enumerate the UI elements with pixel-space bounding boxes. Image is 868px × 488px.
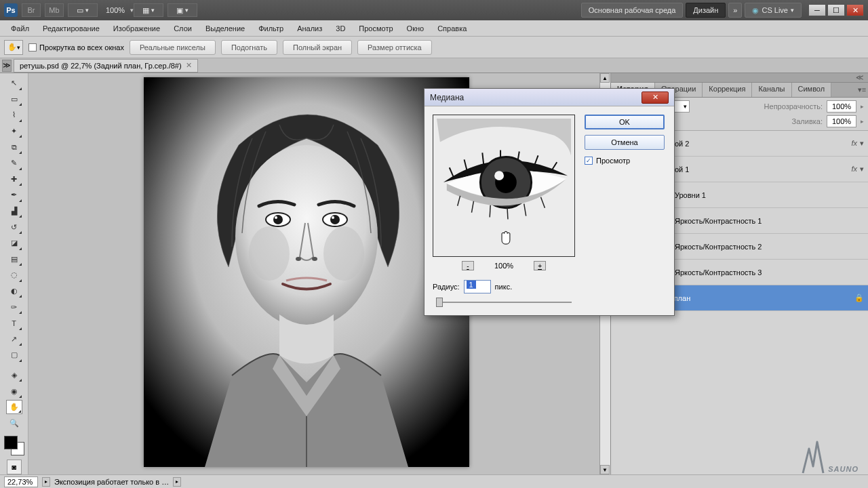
menu-edit[interactable]: Редактирование: [36, 22, 106, 35]
3d-tool[interactable]: ◈: [6, 368, 22, 383]
svg-point-9: [332, 216, 334, 219]
panel-menu-icon[interactable]: ▾≡: [856, 83, 868, 97]
menu-view[interactable]: Просмотр: [352, 22, 399, 35]
options-bar: ✋▾ Прокрутка во всех окнах Реальные пикс…: [0, 37, 868, 58]
bridge-icon[interactable]: Br: [22, 3, 41, 17]
menu-layer[interactable]: Слои: [167, 22, 199, 35]
tab-channels[interactable]: Каналы: [752, 83, 791, 97]
workspace-design-button[interactable]: Дизайн: [686, 3, 726, 18]
titlebar-zoom[interactable]: 100%: [102, 6, 129, 14]
workspace-more-button[interactable]: »: [728, 3, 742, 18]
eraser-tool[interactable]: ◪: [6, 236, 22, 251]
tab-character[interactable]: Символ: [792, 83, 832, 97]
menu-select[interactable]: Выделение: [199, 22, 252, 35]
dodge-tool[interactable]: ◐: [6, 284, 22, 299]
svg-point-3: [323, 226, 364, 281]
menu-window[interactable]: Окно: [400, 22, 431, 35]
pen-tool[interactable]: ✑: [6, 300, 22, 314]
menu-help[interactable]: Справка: [431, 22, 473, 35]
screen-mode-dropdown[interactable]: ▭▾: [68, 3, 98, 17]
marquee-tool[interactable]: ▭: [6, 92, 22, 107]
fit-screen-button[interactable]: Подогнать: [221, 40, 277, 55]
preview-checkbox[interactable]: ✓Просмотр: [585, 157, 665, 165]
color-swatches[interactable]: [4, 436, 24, 455]
fill-input[interactable]: 100%: [827, 115, 856, 127]
shape-tool[interactable]: ▢: [6, 348, 22, 363]
gradient-tool[interactable]: ▤: [6, 252, 22, 267]
menu-image[interactable]: Изображение: [106, 22, 167, 35]
fill-screen-button[interactable]: Полный экран: [283, 40, 352, 55]
title-bar: Ps Br Mb ▭▾ 100%▾ ▦▾ ▣▾ Основная рабочая…: [0, 0, 868, 20]
type-tool[interactable]: T: [6, 316, 22, 331]
stamp-tool[interactable]: ▟: [6, 204, 22, 219]
wand-tool[interactable]: ✦: [6, 124, 22, 139]
radius-unit: пикс.: [495, 283, 513, 291]
radius-slider[interactable]: [436, 298, 572, 307]
menu-analysis[interactable]: Анализ: [290, 22, 329, 35]
dialog-title-bar[interactable]: Медиана ✕: [425, 89, 674, 106]
svg-point-2: [249, 226, 290, 281]
svg-line-27: [490, 205, 490, 218]
window-close-button[interactable]: ✕: [846, 4, 864, 16]
menu-bar: Файл Редактирование Изображение Слои Выд…: [0, 20, 868, 37]
actual-pixels-button[interactable]: Реальные пикселы: [130, 40, 216, 55]
dialog-close-button[interactable]: ✕: [642, 92, 669, 104]
hand-tool[interactable]: ✋: [6, 400, 22, 415]
svg-point-6: [275, 216, 277, 219]
document-tab[interactable]: ретушь.psd @ 22,7% (Задний план, Гр.сер.…: [14, 59, 198, 73]
status-info-arrow[interactable]: ▸: [42, 477, 50, 487]
minimize-button[interactable]: ─: [808, 4, 826, 16]
layer-name: Яркость/Контрастность 1: [675, 217, 860, 225]
ok-button[interactable]: OK: [585, 115, 665, 129]
print-size-button[interactable]: Размер оттиска: [357, 40, 432, 55]
extras-dropdown[interactable]: ▣▾: [167, 3, 197, 17]
status-info: Экспозиция работает только в …: [54, 478, 169, 486]
status-next-icon[interactable]: ▸: [173, 477, 181, 487]
zoom-tool[interactable]: 🔍: [6, 415, 22, 430]
cslive-button[interactable]: ◉CS Live▾: [745, 3, 802, 18]
arrange-dropdown[interactable]: ▦▾: [134, 3, 163, 17]
lasso-tool[interactable]: ⌇: [6, 108, 22, 123]
layer-name: ой 1: [675, 165, 847, 174]
layer-name: здний план: [652, 294, 850, 302]
tab-adjustments[interactable]: Коррекция: [703, 83, 752, 97]
tab-collapse-icon[interactable]: ≫: [2, 60, 12, 72]
status-zoom-input[interactable]: 22,73%: [4, 476, 38, 487]
heal-tool[interactable]: ✚: [6, 172, 22, 187]
minibridge-icon[interactable]: Mb: [45, 3, 64, 17]
opacity-input[interactable]: 100%: [827, 100, 856, 113]
brush-tool[interactable]: ✒: [6, 188, 22, 203]
crop-tool[interactable]: ⧉: [6, 140, 22, 155]
hand-tool-preset[interactable]: ✋▾: [4, 40, 23, 55]
filter-preview[interactable]: [433, 115, 575, 257]
toolbox: ↖ ▭ ⌇ ✦ ⧉ ✎ ✚ ✒ ▟ ↺ ◪ ▤ ◌ ◐ ✑ T ↗ ▢ ◈ ◉ …: [0, 73, 28, 474]
path-tool[interactable]: ↗: [6, 332, 22, 347]
app-logo: Ps: [4, 3, 18, 17]
svg-point-8: [330, 215, 340, 224]
layer-name: Уровни 1: [675, 191, 860, 199]
eyedropper-tool[interactable]: ✎: [6, 156, 22, 171]
history-brush-tool[interactable]: ↺: [6, 220, 22, 235]
scroll-all-windows-checkbox[interactable]: Прокрутка во всех окнах: [28, 43, 124, 52]
document-tabs: ≫ ретушь.psd @ 22,7% (Задний план, Гр.се…: [0, 58, 868, 73]
svg-point-24: [494, 171, 504, 180]
close-tab-icon[interactable]: ✕: [186, 61, 192, 70]
workspace-default-button[interactable]: Основная рабочая среда: [581, 3, 684, 18]
layer-name: Яркость/Контрастность 2: [675, 243, 860, 251]
preview-zoom-in[interactable]: +: [534, 261, 546, 270]
layer-name: Яркость/Контрастность 3: [675, 268, 860, 277]
maximize-button[interactable]: ☐: [827, 4, 845, 16]
svg-point-11: [312, 257, 317, 261]
radius-input[interactable]: 1: [464, 280, 491, 293]
blur-tool[interactable]: ◌: [6, 268, 22, 283]
menu-3d[interactable]: 3D: [329, 22, 352, 35]
median-dialog: Медиана ✕: [424, 88, 675, 316]
cancel-button[interactable]: Отмена: [585, 135, 665, 150]
menu-filter[interactable]: Фильтр: [252, 22, 290, 35]
svg-line-28: [507, 207, 508, 220]
3d-camera-tool[interactable]: ◉: [6, 384, 22, 399]
move-tool[interactable]: ↖: [6, 76, 22, 91]
preview-zoom-out[interactable]: -: [462, 261, 474, 270]
quick-mask-icon[interactable]: ◙: [7, 460, 22, 474]
menu-file[interactable]: Файл: [4, 22, 36, 35]
